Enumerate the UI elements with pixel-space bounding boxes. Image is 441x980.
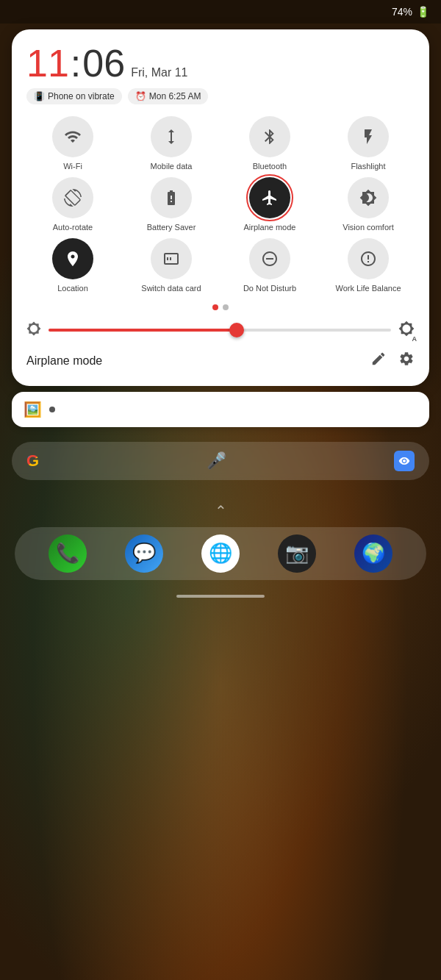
tile-wifi[interactable]: Wi-Fi xyxy=(26,116,119,171)
brightness-slider-thumb[interactable] xyxy=(229,323,244,337)
clock-colon: : xyxy=(71,44,81,82)
alarm-label: Mon 6:25 AM xyxy=(149,91,201,101)
tile-do-not-disturb[interactable]: Do Not Disturb xyxy=(223,238,316,293)
wifi-icon xyxy=(64,128,82,146)
google-logo: G xyxy=(26,451,39,471)
work-life-icon-wrap xyxy=(348,238,389,279)
switch-data-card-icon xyxy=(162,250,180,268)
vibrate-pill: 📳 Phone on vibrate xyxy=(26,88,122,104)
search-mic-icon[interactable]: 🎤 xyxy=(207,451,226,471)
tile-auto-rotate[interactable]: Auto-rotate xyxy=(26,177,119,232)
mobile-data-icon-wrap xyxy=(151,116,192,157)
messages-icon: 💬 xyxy=(132,542,156,565)
dock-app-chrome[interactable]: 🌐 xyxy=(201,534,240,573)
status-bar-right: 74% 🔋 xyxy=(392,6,429,18)
panel-bottom-actions xyxy=(370,351,415,371)
dnd-icon-wrap xyxy=(249,238,290,279)
alarm-icon: ⏰ xyxy=(135,91,146,101)
clock-hour: 11 xyxy=(26,44,69,82)
chrome-icon: 🌐 xyxy=(209,542,232,565)
tile-work-life-balance[interactable]: Work Life Balance xyxy=(322,238,415,293)
work-life-icon xyxy=(359,250,377,268)
bottom-notification: 🖼️ xyxy=(12,392,429,427)
battery-percentage: 74% xyxy=(392,6,412,18)
search-lens-icon[interactable] xyxy=(394,451,415,471)
switch-data-card-label: Switch data card xyxy=(141,284,201,293)
battery-saver-label: Battery Saver xyxy=(147,223,196,232)
tile-bluetooth[interactable]: Bluetooth xyxy=(223,116,316,171)
wifi-icon-wrap xyxy=(52,116,93,157)
brightness-row: A xyxy=(26,321,415,340)
vibrate-label: Phone on vibrate xyxy=(48,91,115,101)
brightness-slider-fill xyxy=(49,329,237,332)
dnd-label: Do Not Disturb xyxy=(243,284,296,293)
clock-date: Fri, Mar 11 xyxy=(131,66,187,79)
tile-vision-comfort[interactable]: Vision comfort xyxy=(322,177,415,232)
airplane-mode-label: Airplane mode xyxy=(244,223,296,232)
camera-icon: 📷 xyxy=(285,542,309,565)
dock-app-phone[interactable]: 📞 xyxy=(49,534,87,573)
dock-app-camera[interactable]: 📷 xyxy=(278,534,316,573)
brightness-slider-track[interactable] xyxy=(49,329,391,332)
page-dots xyxy=(26,304,415,310)
earth-icon: 🌍 xyxy=(362,542,385,565)
status-bar: 74% 🔋 xyxy=(0,0,441,24)
location-icon-wrap xyxy=(52,238,93,279)
flashlight-label: Flashlight xyxy=(351,162,385,171)
dnd-icon xyxy=(261,250,279,268)
tile-location[interactable]: Location xyxy=(26,238,119,293)
tile-switch-data-card[interactable]: Switch data card xyxy=(125,238,218,293)
quick-settings-panel: 11 : 06 Fri, Mar 11 📳 Phone on vibrate ⏰… xyxy=(12,29,429,386)
edit-button[interactable] xyxy=(370,351,387,371)
home-indicator[interactable] xyxy=(0,595,441,598)
search-bar[interactable]: G 🎤 xyxy=(12,442,429,480)
battery-icon: 🔋 xyxy=(417,6,429,18)
dock-app-messages[interactable]: 💬 xyxy=(125,534,163,573)
auto-rotate-label: Auto-rotate xyxy=(53,223,93,232)
settings-button[interactable] xyxy=(398,351,415,371)
active-tile-label: Airplane mode xyxy=(26,354,102,368)
work-life-label: Work Life Balance xyxy=(335,284,401,293)
dock-app-earth[interactable]: 🌍 xyxy=(354,534,392,573)
tiles-grid: Wi-Fi Mobile data Bluetooth xyxy=(26,116,415,294)
notification-image-icon: 🖼️ xyxy=(24,401,42,418)
clock-display: 11 : 06 Fri, Mar 11 xyxy=(26,44,415,82)
auto-rotate-icon xyxy=(64,189,82,207)
wifi-label: Wi-Fi xyxy=(63,162,82,171)
panel-bottom-row: Airplane mode xyxy=(26,351,415,371)
airplane-mode-icon-wrap xyxy=(249,177,290,218)
app-dock: 📞 💬 🌐 📷 🌍 xyxy=(15,527,426,580)
auto-rotate-icon-wrap xyxy=(52,177,93,218)
flashlight-icon-wrap xyxy=(348,116,389,157)
tile-airplane-mode[interactable]: Airplane mode xyxy=(223,177,316,232)
notification-dot xyxy=(49,407,55,412)
location-icon xyxy=(64,250,82,268)
brightness-auto-icon: A xyxy=(398,321,415,340)
bluetooth-icon-wrap xyxy=(249,116,290,157)
page-dot-2[interactable] xyxy=(223,304,229,310)
battery-saver-icon xyxy=(162,189,180,207)
battery-saver-icon-wrap xyxy=(151,177,192,218)
notification-pills: 📳 Phone on vibrate ⏰ Mon 6:25 AM xyxy=(26,88,415,104)
home-bar xyxy=(176,595,265,598)
alarm-pill: ⏰ Mon 6:25 AM xyxy=(128,88,209,104)
phone-icon: 📞 xyxy=(56,542,79,565)
flashlight-icon xyxy=(359,128,377,146)
tile-battery-saver[interactable]: Battery Saver xyxy=(125,177,218,232)
bluetooth-icon xyxy=(261,128,279,146)
vision-comfort-icon-wrap xyxy=(348,177,389,218)
clock-minutes: 06 xyxy=(82,44,125,82)
clock-area: 11 : 06 Fri, Mar 11 📳 Phone on vibrate ⏰… xyxy=(26,44,415,104)
chevron-up-icon: ⌃ xyxy=(215,502,227,520)
mobile-data-label: Mobile data xyxy=(151,162,193,171)
switch-data-card-icon-wrap xyxy=(151,238,192,279)
bluetooth-label: Bluetooth xyxy=(253,162,287,171)
app-drawer-handle[interactable]: ⌃ xyxy=(15,502,426,520)
vibrate-icon: 📳 xyxy=(34,91,45,101)
vision-comfort-icon xyxy=(359,189,377,207)
location-label: Location xyxy=(57,284,88,293)
tile-mobile-data[interactable]: Mobile data xyxy=(125,116,218,171)
page-dot-1[interactable] xyxy=(212,304,218,310)
brightness-low-icon xyxy=(26,321,41,340)
tile-flashlight[interactable]: Flashlight xyxy=(322,116,415,171)
